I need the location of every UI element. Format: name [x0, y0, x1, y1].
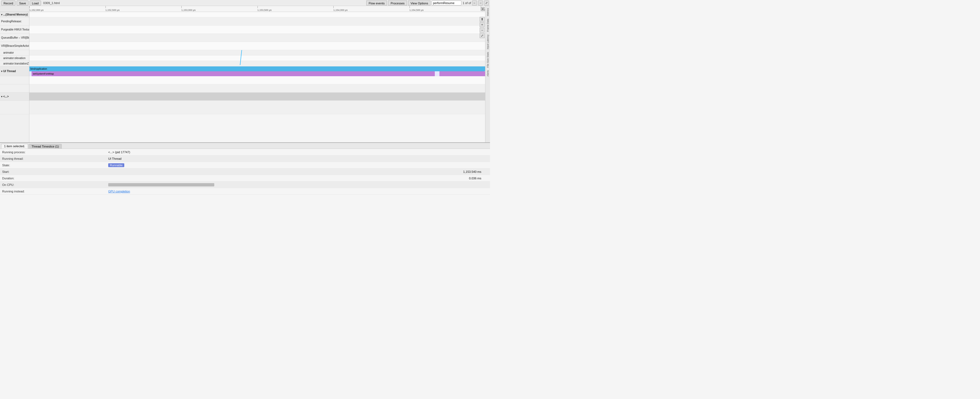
track-label-blank2 [0, 85, 29, 93]
search-count: 1 of of [463, 2, 471, 5]
track-row-more-header [29, 93, 490, 101]
detail-value-running-instead[interactable]: GPU completion [106, 190, 490, 193]
ruler-tick-1: 1,152,500 μs [105, 6, 119, 12]
cursor-tool-button[interactable]: ⬆ [480, 17, 485, 22]
tab-thread-timeslice[interactable]: Thread Timeslice (1) [29, 144, 62, 148]
track-row-set-font[interactable]: setSystemFontMap [29, 71, 490, 76]
track-row-ui-blank2 [29, 85, 490, 93]
bottom-content: Running process: <...> (pid 17747) Runni… [0, 149, 490, 200]
track-row-ui-blank1 [29, 76, 490, 85]
left-panel: ▾...(Shared Memory) PendingRelease: Purg… [0, 6, 29, 142]
detail-row-on-cpu: On CPU: [0, 182, 490, 188]
track-label-ui-thread[interactable]: ▾UI Thread [0, 66, 29, 76]
track-row-anim-elev [29, 56, 490, 61]
toolbar: Record Save Load 0309_1.html Flow events… [0, 0, 490, 6]
nav-next-button[interactable]: → [478, 0, 483, 5]
detail-label-running-thread: Running thread: [0, 157, 106, 160]
ruler-tick-3: 1,153,500 μs [258, 6, 272, 12]
side-tab-metrics[interactable]: Metrics [487, 7, 489, 17]
side-tabs: Metrics Frame Data Input Latency File Si… [485, 6, 490, 142]
view-options-button[interactable]: View Options [408, 0, 431, 5]
save-button[interactable]: Save [17, 0, 28, 5]
tracks-container[interactable]: bindApplication setSystemFontMap [29, 12, 490, 142]
right-panel: 1,152,000 μs 1,152,500 μs 1,153,000 μs 1… [29, 6, 490, 142]
tab-item-selected[interactable]: 1 item selected. [1, 144, 28, 148]
state-badge: Runnable [108, 163, 124, 167]
nav-prev-button[interactable]: ← [472, 0, 477, 5]
detail-label-running-instead: Running instead: [0, 190, 106, 193]
track-label-more-content [0, 101, 29, 114]
detail-row-running-thread: Running thread: UI Thread [0, 155, 490, 162]
detail-value-start: 1,153.540 ms [106, 170, 490, 173]
detail-label-running-process: Running process: [0, 150, 106, 154]
side-tab-input-latency[interactable]: Input Latency [487, 34, 489, 50]
detail-value-running-process: <...> (pid 17747) [106, 150, 490, 154]
detail-value-duration: 0.036 ms [106, 177, 490, 180]
track-row-queued [29, 34, 490, 42]
track-label-blank1 [0, 76, 29, 85]
track-label-sharedmem[interactable]: ▾...(Shared Memory) [0, 12, 29, 18]
track-row-pending [29, 18, 490, 26]
search-box [431, 0, 461, 5]
detail-label-start: Start: [0, 170, 106, 173]
ruler-tick-5: 1,154,500 μs [409, 6, 424, 12]
close-button[interactable]: ✕ [481, 7, 485, 11]
zoom-in-button[interactable]: + [480, 22, 485, 27]
track-row-sharedmem [29, 12, 490, 18]
on-cpu-bar [108, 183, 214, 187]
track-label-vri: VRI[BtraceSimpleActivity]#0(BLA [0, 42, 29, 50]
detail-row-running-process: Running process: <...> (pid 17747) [0, 149, 490, 155]
track-label-animator: animator [0, 50, 29, 56]
side-tab-frame-data[interactable]: Frame Data [487, 18, 489, 33]
detail-row-start: Start: 1,153.540 ms [0, 169, 490, 175]
bottom-tabs: 1 item selected. Thread Timeslice (1) [0, 143, 490, 149]
flow-events-button[interactable]: Flow events [366, 0, 387, 5]
side-tab-alerts[interactable]: Alerts [487, 69, 489, 78]
track-label-purgeable: Purgeable HWUI Texture Memory [0, 26, 29, 34]
bar-set-system-font-map[interactable]: setSystemFontMap [32, 71, 434, 76]
track-row-anim-transz [29, 61, 490, 66]
track-label-more[interactable]: ▾<...> [0, 93, 29, 101]
track-label-anim-elev: animator:elevation [0, 56, 29, 61]
load-button[interactable]: Load [30, 0, 41, 5]
detail-row-state: State: Runnable [0, 162, 490, 169]
track-label-anim-transz: animator:translationZ [0, 61, 29, 66]
bar-bind-application[interactable]: bindApplication [29, 66, 485, 71]
detail-row-running-instead: Running instead: GPU completion [0, 188, 490, 195]
zoom-out-button[interactable]: − [480, 28, 485, 33]
record-button[interactable]: Record [1, 0, 16, 5]
timeline-area: ▾...(Shared Memory) PendingRelease: Purg… [0, 6, 490, 142]
track-row-more-content [29, 101, 490, 114]
search-input[interactable] [433, 2, 460, 5]
detail-value-on-cpu [106, 183, 490, 187]
track-label-queued: QueuedBuffer – VRI[BtraceSimpl [0, 34, 29, 42]
toolbar-right: Flow events Processes View Options 1 of … [366, 0, 489, 5]
ruler-tick-4: 1,154,000 μs [333, 6, 347, 12]
nav-expand-button[interactable]: ⤢ [484, 0, 489, 5]
fit-button[interactable]: ⤢ [480, 33, 485, 38]
track-label-pending: PendingRelease: [0, 18, 29, 26]
track-row-vri [29, 42, 490, 50]
side-tab-file-size-stats[interactable]: File Size Stats [487, 51, 489, 69]
ruler-tick-0: 1,152,000 μs [29, 6, 43, 12]
detail-label-duration: Duration: [0, 177, 106, 180]
ruler-tick-2: 1,153,000 μs [181, 6, 196, 12]
track-row-purgeable [29, 26, 490, 34]
track-row-animator [29, 50, 490, 56]
detail-value-state: Runnable [106, 163, 490, 167]
detail-value-running-thread: UI Thread [106, 157, 490, 160]
bar-set-font-continuation [439, 71, 490, 76]
processes-button[interactable]: Processes [388, 0, 407, 5]
track-row-bind-app[interactable]: bindApplication [29, 66, 490, 71]
time-ruler: 1,152,000 μs 1,152,500 μs 1,153,000 μs 1… [29, 6, 490, 12]
bottom-panel: 1 item selected. Thread Timeslice (1) Ru… [0, 142, 490, 200]
detail-label-on-cpu: On CPU: [0, 183, 106, 187]
filename-label: 0309_1.html [43, 2, 60, 5]
zoom-controls: ⬆ + − ⤢ [480, 17, 485, 38]
detail-row-duration: Duration: 0.036 ms [0, 175, 490, 182]
detail-label-state: State: [0, 164, 106, 167]
main-container: ▾...(Shared Memory) PendingRelease: Purg… [0, 6, 490, 200]
